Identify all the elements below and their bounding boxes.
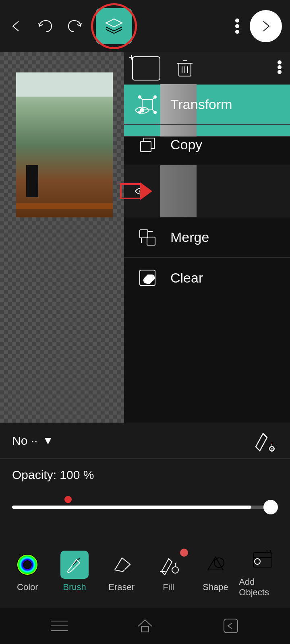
svg-point-10 — [278, 61, 281, 64]
fill-tool-icon — [154, 551, 182, 579]
svg-rect-48 — [141, 626, 149, 632]
layer-2-thumbnail — [160, 165, 197, 217]
merge-option[interactable]: Merge — [124, 217, 290, 258]
blend-mode-chevron: ▼ — [42, 434, 54, 447]
clear-label: Clear — [170, 270, 203, 286]
svg-point-3 — [236, 30, 239, 33]
tool-color[interactable]: Color — [4, 551, 51, 592]
svg-marker-0 — [106, 19, 122, 27]
svg-rect-39 — [253, 553, 272, 567]
blend-mode-row: No ·· ▼ — [0, 423, 290, 459]
opacity-label: Opacity: 100 % — [12, 468, 94, 482]
eraser-tool-label: Eraser — [108, 582, 135, 592]
color-tool-label: Color — [17, 582, 38, 592]
opacity-slider-track[interactable] — [12, 506, 278, 509]
svg-point-1 — [236, 19, 239, 22]
photo-person — [26, 165, 38, 197]
opacity-slider-fill — [12, 506, 251, 509]
opacity-slider-row[interactable] — [0, 491, 290, 523]
nav-back-button[interactable] — [222, 617, 239, 634]
svg-point-31 — [271, 448, 273, 450]
nav-bar — [0, 608, 290, 644]
svg-rect-25 — [140, 230, 148, 238]
svg-rect-14 — [142, 99, 153, 110]
redo-button[interactable] — [66, 17, 84, 35]
undo-button[interactable] — [36, 17, 54, 35]
layer-panel: Transform Copy — [124, 52, 290, 137]
bottom-panel: No ·· ▼ Opacity: 100 % — [0, 423, 290, 535]
tool-fill[interactable]: Fill — [145, 551, 192, 592]
arrow-annotation — [120, 182, 152, 200]
clear-option[interactable]: Clear — [124, 258, 290, 298]
tool-eraser[interactable]: Eraser — [98, 551, 145, 592]
svg-point-37 — [172, 567, 178, 573]
svg-point-21 — [139, 111, 141, 114]
transform-icon — [136, 93, 158, 116]
layer-row-2[interactable] — [124, 165, 290, 217]
merge-label: Merge — [170, 229, 209, 245]
clear-icon — [136, 267, 158, 289]
add-layer-button[interactable] — [132, 56, 160, 80]
opacity-slider-thumb[interactable] — [263, 500, 278, 514]
tool-brush[interactable]: Brush — [51, 551, 98, 592]
svg-rect-23 — [141, 141, 151, 152]
copy-option[interactable]: Copy — [124, 125, 290, 165]
svg-point-32 — [271, 442, 273, 444]
blend-mode-select[interactable]: No ·· ▼ — [12, 434, 54, 448]
svg-point-12 — [278, 70, 281, 74]
add-objects-tool-icon — [249, 545, 277, 574]
svg-point-22 — [154, 111, 156, 114]
brush-tool-icon — [60, 551, 89, 579]
top-bar — [0, 0, 290, 52]
opacity-row: Opacity: 100 % — [0, 459, 290, 491]
layers-button-wrapper — [96, 8, 132, 44]
copy-label: Copy — [170, 137, 202, 153]
layer-toolbar — [124, 52, 290, 85]
blend-mode-value: No ·· — [12, 434, 37, 448]
transform-label: Transform — [170, 97, 232, 112]
top-bar-left — [8, 8, 132, 44]
svg-point-19 — [139, 96, 141, 98]
shape-tool-label: Shape — [203, 582, 228, 592]
svg-rect-49 — [224, 619, 238, 633]
add-objects-tool-label: Add Objects — [239, 577, 286, 598]
top-bar-right — [235, 10, 282, 42]
context-menu: Transform Copy — [124, 85, 290, 298]
svg-rect-26 — [147, 237, 155, 245]
red-dot-indicator — [64, 496, 72, 503]
svg-point-2 — [236, 25, 239, 28]
color-tool-icon — [13, 551, 41, 579]
fill-badge — [180, 549, 188, 557]
merge-icon — [136, 226, 158, 248]
bottom-toolbar: Color Brush Eraser — [0, 535, 290, 608]
eraser-tool-icon — [108, 551, 136, 579]
transform-option[interactable]: Transform — [124, 85, 290, 125]
more-menu-button[interactable] — [235, 17, 240, 35]
nav-menu-button[interactable] — [51, 619, 68, 632]
photo-railing — [16, 203, 113, 209]
photo-sky — [16, 72, 113, 97]
tool-shape[interactable]: Shape — [192, 551, 239, 592]
shape-tool-icon — [201, 551, 230, 579]
svg-point-34 — [23, 561, 31, 569]
next-button[interactable] — [250, 10, 282, 42]
tool-add-objects[interactable]: Add Objects — [239, 545, 286, 598]
layer-more-button[interactable] — [277, 60, 282, 77]
delete-layer-button[interactable] — [176, 59, 193, 78]
nav-home-button[interactable] — [137, 617, 153, 634]
layers-button[interactable] — [96, 8, 132, 44]
fill-tool-label: Fill — [163, 582, 174, 592]
brush-tool-label: Brush — [63, 582, 86, 592]
fill-color-picker[interactable] — [250, 427, 278, 455]
copy-icon — [136, 134, 158, 156]
svg-point-20 — [154, 96, 156, 98]
svg-point-11 — [278, 66, 281, 69]
back-button[interactable] — [8, 18, 24, 34]
